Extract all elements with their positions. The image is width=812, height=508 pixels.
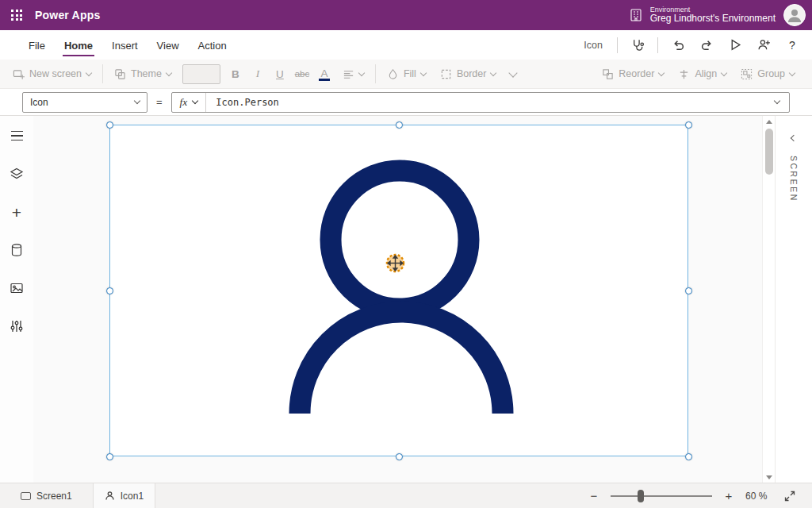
selection-handle-middle-left[interactable] xyxy=(106,287,113,294)
scrollbar-down-button[interactable] xyxy=(763,471,776,483)
divider xyxy=(102,64,103,83)
scrollbar-thumb[interactable] xyxy=(765,129,773,175)
triangle-down-icon xyxy=(766,475,772,479)
selection-handle-top-right[interactable] xyxy=(685,121,692,129)
italic-button[interactable]: I xyxy=(247,63,268,85)
ribbon-toolbar: New screen Theme B I U abc A Fill xyxy=(0,60,812,89)
zoom-out-button[interactable]: − xyxy=(587,489,601,502)
new-screen-button[interactable]: New screen xyxy=(6,63,98,85)
collapse-rail-button[interactable] xyxy=(7,126,26,145)
avatar-person-icon xyxy=(785,6,804,25)
border-icon xyxy=(440,68,452,80)
data-sources-button[interactable] xyxy=(7,241,26,260)
group-icon xyxy=(741,68,753,80)
right-properties-panel: SCREEN xyxy=(775,116,812,483)
chevron-down-icon xyxy=(192,98,198,104)
font-color-button[interactable]: A xyxy=(314,63,335,85)
person-add-icon xyxy=(757,38,771,52)
align-button[interactable]: Align xyxy=(672,63,733,85)
preview-play-button[interactable] xyxy=(726,37,744,54)
align-icon xyxy=(678,68,690,80)
reorder-button[interactable]: Reorder xyxy=(596,63,670,85)
formula-input-field[interactable]: fx Icon.Person xyxy=(171,92,790,113)
selected-control-tab[interactable]: Icon1 xyxy=(93,483,155,508)
tree-view-button[interactable] xyxy=(7,164,26,183)
stethoscope-icon xyxy=(631,38,645,52)
hamburger-icon xyxy=(11,131,23,141)
property-selector[interactable]: Icon xyxy=(22,92,147,113)
user-avatar[interactable] xyxy=(783,4,806,26)
text-align-button[interactable] xyxy=(336,63,370,85)
screen-artboard[interactable] xyxy=(109,125,688,456)
zoom-percentage[interactable]: 60 % xyxy=(745,491,772,502)
app-checker-button[interactable] xyxy=(629,37,646,54)
environment-icon xyxy=(628,7,644,23)
font-size-input[interactable] xyxy=(182,64,220,84)
screen-tab[interactable]: Screen1 xyxy=(11,483,82,508)
selected-control-type-label: Icon xyxy=(584,40,603,51)
app-header: Power Apps Environment Greg Lindhorst's … xyxy=(0,0,812,30)
media-button[interactable] xyxy=(7,279,26,298)
menu-item-file[interactable]: File xyxy=(19,32,55,58)
help-button[interactable]: ? xyxy=(783,37,801,54)
redo-button[interactable] xyxy=(698,37,715,54)
menu-item-home[interactable]: Home xyxy=(55,32,102,58)
app-title: Power Apps xyxy=(35,9,100,21)
align-left-icon xyxy=(343,68,354,80)
menu-item-insert[interactable]: Insert xyxy=(102,32,147,58)
play-icon xyxy=(729,38,742,52)
person-icon-control[interactable] xyxy=(110,125,689,457)
database-icon xyxy=(10,243,24,257)
menu-item-view[interactable]: View xyxy=(147,32,189,58)
move-cursor-badge[interactable] xyxy=(385,252,406,274)
font-color-swatch xyxy=(319,79,330,81)
group-button[interactable]: Group xyxy=(734,63,801,85)
chevron-down-icon xyxy=(134,98,140,104)
expand-formula-bar-button[interactable] xyxy=(775,101,789,103)
underline-button[interactable]: U xyxy=(270,63,290,85)
border-button[interactable]: Border xyxy=(434,63,503,85)
zoom-in-button[interactable]: + xyxy=(722,489,736,502)
undo-button[interactable] xyxy=(669,37,687,54)
status-bar: Screen1 Icon1 − + 60 % xyxy=(0,483,812,508)
theme-button[interactable]: Theme xyxy=(108,63,178,85)
vertical-scrollbar[interactable] xyxy=(762,116,775,483)
chevron-left-icon xyxy=(791,135,797,141)
share-button[interactable] xyxy=(755,37,772,54)
advanced-tools-button[interactable] xyxy=(7,317,26,336)
selection-handle-bottom-left[interactable] xyxy=(106,453,113,460)
menu-item-action[interactable]: Action xyxy=(189,32,236,58)
fit-to-window-button[interactable] xyxy=(782,488,798,504)
zoom-slider-thumb[interactable] xyxy=(638,490,644,502)
formula-text[interactable]: Icon.Person xyxy=(206,97,775,108)
strikethrough-button[interactable]: abc xyxy=(292,63,312,85)
fill-button[interactable]: Fill xyxy=(381,63,432,85)
environment-label: Environment xyxy=(650,6,776,13)
selection-handle-bottom-center[interactable] xyxy=(396,453,403,460)
chevron-down-icon xyxy=(490,69,496,75)
insert-button[interactable]: + xyxy=(7,202,26,221)
chevron-down-icon xyxy=(358,69,365,75)
divider xyxy=(657,37,658,53)
expand-diagonal-icon xyxy=(784,491,795,502)
zoom-slider[interactable] xyxy=(611,490,712,502)
left-rail: + xyxy=(0,116,33,483)
expand-panel-button[interactable] xyxy=(786,130,802,146)
bold-button[interactable]: B xyxy=(225,63,246,85)
divider xyxy=(617,37,618,53)
menubar: File Home Insert View Action Icon xyxy=(0,30,812,60)
chevron-down-icon xyxy=(166,69,172,75)
fx-selector[interactable]: fx xyxy=(172,93,207,112)
panel-title: SCREEN xyxy=(789,156,799,202)
mini-person-icon xyxy=(105,491,115,501)
scrollbar-up-button[interactable] xyxy=(763,116,776,127)
zoom-slider-track xyxy=(611,495,712,497)
selection-handle-top-center[interactable] xyxy=(396,121,403,129)
environment-selector[interactable]: Environment Greg Lindhorst's Environment xyxy=(628,6,776,25)
selection-handle-top-left[interactable] xyxy=(106,121,113,129)
waffle-menu-button[interactable] xyxy=(0,0,33,30)
selection-handle-bottom-right[interactable] xyxy=(685,453,692,460)
selection-handle-middle-right[interactable] xyxy=(685,287,692,294)
more-formatting-button[interactable] xyxy=(504,63,523,85)
fill-icon xyxy=(387,68,399,80)
